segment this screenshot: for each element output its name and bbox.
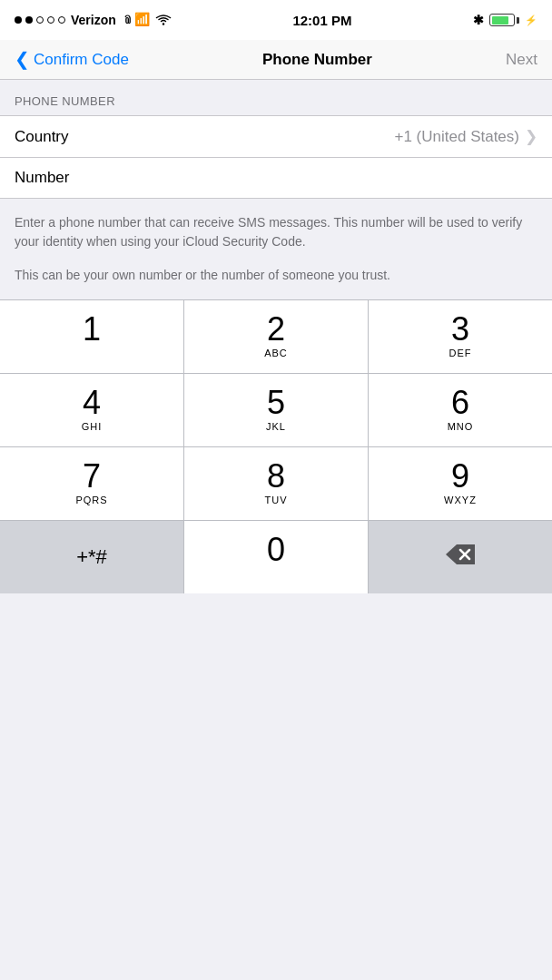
key-6-number: 6 (451, 387, 469, 419)
key-9[interactable]: 9 WXYZ (369, 447, 552, 520)
nav-bar: ❮ Confirm Code Phone Number Next (0, 40, 552, 80)
key-8[interactable]: 8 TUV (184, 447, 369, 520)
country-label: Country (15, 128, 69, 146)
key-4[interactable]: 4 GHI (0, 374, 184, 446)
country-value: +1 (United States) (395, 128, 520, 146)
key-2-number: 2 (267, 313, 285, 346)
key-8-number: 8 (267, 460, 285, 493)
signal-dot-4 (47, 16, 54, 24)
key-5[interactable]: 5 JKL (184, 374, 369, 446)
back-button[interactable]: ❮ Confirm Code (15, 51, 129, 69)
key-3[interactable]: 3 DEF (369, 300, 552, 373)
keypad-row-1: 1 2 ABC 3 DEF (0, 299, 552, 373)
key-7-letters: PQRS (75, 495, 107, 507)
battery-fill (492, 16, 508, 24)
signal-dots (15, 16, 65, 24)
battery-body (489, 14, 515, 26)
key-special-label: +*# (76, 545, 107, 569)
signal-dot-2 (25, 16, 33, 24)
number-row[interactable]: Number (0, 158, 552, 198)
wifi-icon: ﹫📶 (122, 12, 150, 28)
backspace-icon (444, 543, 477, 573)
key-1[interactable]: 1 (0, 300, 184, 373)
keypad-row-3: 7 PQRS 8 TUV 9 WXYZ (0, 446, 552, 520)
signal-dot-3 (36, 16, 44, 24)
key-7[interactable]: 7 PQRS (0, 447, 184, 520)
key-8-letters: TUV (265, 495, 288, 507)
status-right: ✱ ⚡ (473, 13, 537, 27)
info-text-1: Enter a phone number that can receive SM… (15, 213, 537, 251)
info-section: Enter a phone number that can receive SM… (0, 199, 552, 299)
key-2-letters: ABC (264, 348, 288, 360)
info-text-2: This can be your own number or the numbe… (15, 266, 537, 285)
country-value-group: +1 (United States) ❯ (395, 127, 538, 146)
chevron-right-icon: ❯ (525, 127, 537, 146)
key-3-number: 3 (451, 313, 469, 346)
page-title: Phone Number (262, 51, 372, 69)
key-special[interactable]: +*# (0, 521, 184, 593)
keypad-row-bottom: +*# 0 (0, 520, 552, 593)
signal-dot-1 (15, 16, 22, 24)
status-bar: Verizon ﹫📶 12:01 PM ✱ ⚡ (0, 0, 552, 40)
keypad: 1 2 ABC 3 DEF 4 GHI 5 JKL 6 MNO 7 PQRS (0, 299, 552, 593)
key-2[interactable]: 2 ABC (184, 300, 369, 373)
battery-tip (517, 17, 519, 24)
key-7-number: 7 (83, 460, 101, 493)
back-chevron-icon: ❮ (15, 50, 30, 68)
status-time: 12:01 PM (292, 13, 351, 28)
svg-point-0 (163, 23, 164, 24)
bluetooth-icon: ✱ (473, 13, 484, 27)
country-row[interactable]: Country +1 (United States) ❯ (0, 116, 552, 158)
key-0[interactable]: 0 (184, 521, 369, 593)
settings-group: Country +1 (United States) ❯ Number (0, 115, 552, 199)
key-9-number: 9 (451, 460, 469, 493)
key-5-number: 5 (267, 387, 285, 419)
key-4-letters: GHI (82, 421, 103, 434)
key-0-number: 0 (267, 534, 285, 566)
carrier-label: Verizon (71, 13, 116, 27)
keypad-row-2: 4 GHI 5 JKL 6 MNO (0, 373, 552, 446)
charging-icon: ⚡ (525, 15, 537, 26)
key-backspace[interactable] (369, 521, 552, 593)
status-left: Verizon ﹫📶 (15, 12, 172, 28)
back-label: Confirm Code (34, 51, 129, 69)
key-1-number: 1 (83, 313, 101, 346)
signal-dot-5 (58, 16, 65, 24)
battery (489, 14, 519, 26)
key-3-letters: DEF (449, 348, 472, 360)
key-6-letters: MNO (448, 421, 474, 434)
wifi-icon-svg (155, 14, 172, 26)
number-label: Number (15, 169, 69, 186)
section-header: PHONE NUMBER (0, 80, 552, 115)
key-9-letters: WXYZ (444, 495, 477, 507)
key-4-number: 4 (83, 387, 101, 419)
key-6[interactable]: 6 MNO (369, 374, 552, 446)
next-button[interactable]: Next (506, 51, 537, 69)
key-5-letters: JKL (266, 421, 286, 434)
